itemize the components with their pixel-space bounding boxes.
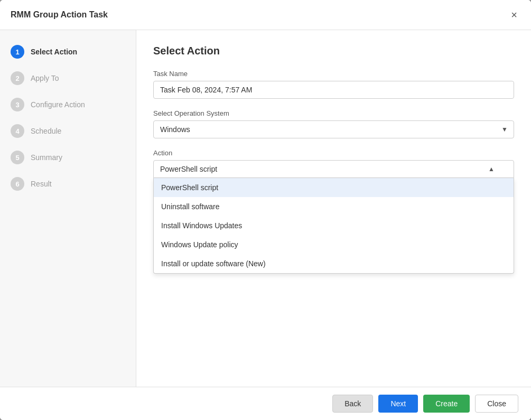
modal-close-button[interactable]: × bbox=[508, 8, 520, 21]
sidebar-label-6: Result bbox=[31, 180, 52, 188]
sidebar-label-3: Configure Action bbox=[31, 100, 85, 109]
back-button[interactable]: Back bbox=[332, 395, 373, 413]
os-select-wrapper: Windows ▼ bbox=[153, 120, 514, 138]
os-label: Select Operation System bbox=[153, 109, 514, 117]
sidebar-item-summary[interactable]: 5 Summary bbox=[0, 144, 136, 171]
sidebar-item-configure-action[interactable]: 3 Configure Action bbox=[0, 91, 136, 118]
sidebar: 1 Select Action 2 Apply To 3 Configure A… bbox=[0, 30, 136, 387]
dropdown-item-update-policy[interactable]: Windows Update policy bbox=[154, 235, 514, 254]
task-name-label: Task Name bbox=[153, 70, 514, 78]
sidebar-label-4: Schedule bbox=[31, 127, 61, 135]
step-badge-4: 4 bbox=[11, 124, 24, 138]
sidebar-item-result[interactable]: 6 Result bbox=[0, 171, 136, 197]
step-badge-1: 1 bbox=[11, 45, 24, 59]
action-dropdown-list: PowerShell script Uninstall software Ins… bbox=[153, 178, 514, 274]
action-label: Action bbox=[153, 149, 514, 157]
os-select[interactable]: Windows bbox=[153, 120, 514, 138]
section-title: Select Action bbox=[153, 45, 514, 57]
step-badge-3: 3 bbox=[11, 98, 24, 111]
modal-body: 1 Select Action 2 Apply To 3 Configure A… bbox=[0, 30, 531, 387]
create-button[interactable]: Create bbox=[423, 395, 470, 413]
sidebar-item-apply-to[interactable]: 2 Apply To bbox=[0, 65, 136, 91]
modal-footer: Back Next Create Close bbox=[0, 387, 531, 420]
action-selected-value: PowerShell script bbox=[160, 165, 217, 173]
chevron-up-icon: ▲ bbox=[488, 165, 495, 173]
sidebar-label-2: Apply To bbox=[31, 74, 59, 82]
sidebar-item-select-action[interactable]: 1 Select Action bbox=[0, 39, 136, 65]
step-badge-2: 2 bbox=[11, 71, 24, 85]
sidebar-label-5: Summary bbox=[31, 153, 62, 162]
step-badge-5: 5 bbox=[11, 151, 24, 164]
dropdown-item-powershell[interactable]: PowerShell script bbox=[154, 178, 514, 197]
modal-header: RMM Group Action Task × bbox=[0, 0, 531, 30]
modal-title: RMM Group Action Task bbox=[11, 10, 108, 20]
sidebar-label-1: Select Action bbox=[31, 48, 77, 56]
action-dropdown-trigger[interactable]: PowerShell script ▲ bbox=[153, 160, 514, 178]
dropdown-item-windows-updates[interactable]: Install Windows Updates bbox=[154, 216, 514, 235]
step-badge-6: 6 bbox=[11, 177, 24, 191]
modal-dialog: RMM Group Action Task × 1 Select Action … bbox=[0, 0, 531, 420]
dropdown-item-install-software[interactable]: Install or update software (New) bbox=[154, 254, 514, 273]
action-dropdown-wrapper: PowerShell script ▲ PowerShell script Un… bbox=[153, 160, 514, 178]
next-button[interactable]: Next bbox=[378, 395, 418, 413]
main-content: Select Action Task Name Select Operation… bbox=[136, 30, 531, 387]
close-button[interactable]: Close bbox=[475, 395, 518, 413]
sidebar-item-schedule[interactable]: 4 Schedule bbox=[0, 118, 136, 144]
task-name-input[interactable] bbox=[153, 81, 514, 99]
dropdown-item-uninstall[interactable]: Uninstall software bbox=[154, 197, 514, 216]
